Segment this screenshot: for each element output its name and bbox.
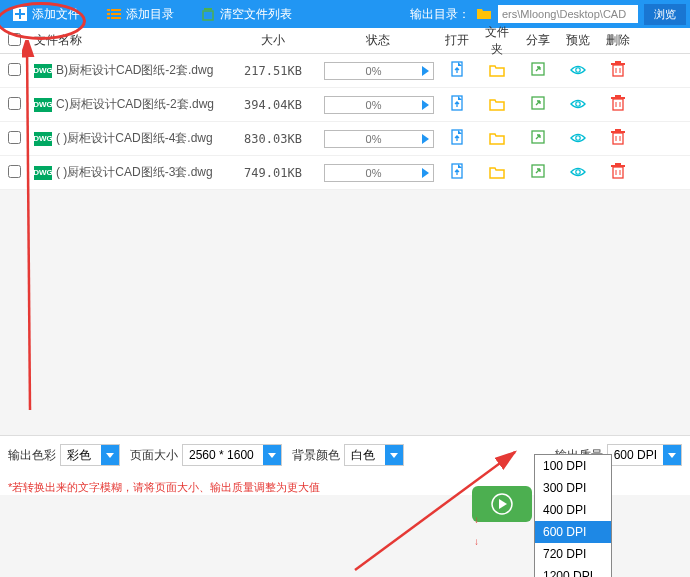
open-folder-button[interactable] [489,96,505,112]
quality-value: 600 DPI [608,448,663,462]
plus-icon [12,6,28,22]
row-checkbox[interactable] [8,63,21,76]
svg-point-30 [576,136,580,140]
file-size: 749.01KB [244,166,302,180]
dpi-option[interactable]: 1200 DPI [535,565,611,577]
color-select[interactable]: 彩色 [60,444,120,466]
dwg-file-icon: DWG [34,166,52,180]
delete-button[interactable] [610,61,626,77]
preview-button[interactable] [570,62,586,78]
share-button[interactable] [530,163,546,179]
dpi-option[interactable]: 100 DPI [535,455,611,477]
svg-rect-2 [15,13,25,15]
progress-bar[interactable]: 0% [324,62,434,80]
svg-rect-31 [613,133,623,144]
dpi-option[interactable]: 720 DPI [535,543,611,565]
open-folder-button[interactable] [489,164,505,180]
progress-bar[interactable]: 0% [324,130,434,148]
page-size-select[interactable]: 2560 * 1600 [182,444,282,466]
file-size: 830.03KB [244,132,302,146]
add-folder-button[interactable]: 添加目录 [98,4,182,25]
select-all-checkbox[interactable] [8,33,21,46]
dpi-option[interactable]: 600 DPI [535,521,611,543]
table-row: DWGB)厨柜设计CAD图纸-2套.dwg 217.51KB 0% [0,54,690,88]
header-status: 状态 [318,32,438,49]
quality-select[interactable]: 600 DPI [607,444,682,466]
svg-rect-15 [613,65,623,76]
preview-button[interactable] [570,130,586,146]
clear-list-button[interactable]: 清空文件列表 [192,4,300,25]
page-size-value: 2560 * 1600 [183,448,263,462]
table-row: DWG( )厨柜设计CAD图纸-4套.dwg 830.03KB 0% [0,122,690,156]
row-checkbox[interactable] [8,131,21,144]
file-size: 217.51KB [244,64,302,78]
delete-button[interactable] [610,95,626,111]
header-name: 文件名称 [28,32,228,49]
main-toolbar: 添加文件 添加目录 清空文件列表 输出目录： ers\Mloong\Deskto… [0,0,690,28]
delete-button[interactable] [610,129,626,145]
svg-rect-16 [611,63,625,65]
svg-rect-7 [107,17,110,19]
bg-color-label: 背景颜色 [292,447,340,464]
row-checkbox[interactable] [8,165,21,178]
open-file-button[interactable] [449,61,465,77]
play-icon [422,100,429,110]
add-file-button[interactable]: 添加文件 [4,4,88,25]
open-file-button[interactable] [449,163,465,179]
list-icon [106,6,122,22]
folder-icon [476,6,492,23]
color-value: 彩色 [61,447,101,464]
browse-button[interactable]: 浏览 [644,4,686,25]
svg-rect-4 [111,9,121,11]
file-name: ( )厨柜设计CAD图纸-4套.dwg [56,131,213,145]
svg-rect-3 [107,9,110,11]
svg-rect-40 [611,165,625,167]
header-delete: 删除 [598,32,638,49]
header-share: 分享 [518,32,558,49]
file-table: 文件名称 大小 状态 打开 文件夹 分享 预览 删除 DWGB)厨柜设计CAD图… [0,28,690,190]
color-label: 输出色彩 [8,447,56,464]
page-size-label: 页面大小 [130,447,178,464]
file-size: 394.04KB [244,98,302,112]
open-file-button[interactable] [449,95,465,111]
preview-button[interactable] [570,96,586,112]
chevron-down-icon[interactable] [663,445,681,465]
share-button[interactable] [530,95,546,111]
progress-bar[interactable]: 0% [324,164,434,182]
play-icon [422,134,429,144]
table-header: 文件名称 大小 状态 打开 文件夹 分享 预览 删除 [0,28,690,54]
convert-button[interactable] [472,486,532,522]
file-name: ( )厨柜设计CAD图纸-3套.dwg [56,165,213,179]
bg-color-select[interactable]: 白色 [344,444,404,466]
clear-icon [200,6,216,22]
file-name: B)厨柜设计CAD图纸-2套.dwg [56,63,213,77]
open-folder-button[interactable] [489,130,505,146]
share-button[interactable] [530,61,546,77]
add-folder-label: 添加目录 [126,6,174,23]
chevron-down-icon[interactable] [385,445,403,465]
dpi-option[interactable]: 400 DPI [535,499,611,521]
svg-rect-5 [107,13,110,15]
preview-button[interactable] [570,164,586,180]
row-checkbox[interactable] [8,97,21,110]
svg-point-38 [576,170,580,174]
output-path-field[interactable]: ers\Mloong\Desktop\CAD [498,5,638,23]
open-folder-button[interactable] [489,62,505,78]
chevron-down-icon[interactable] [101,445,119,465]
svg-rect-32 [611,131,625,133]
dpi-dropdown: 100 DPI300 DPI400 DPI600 DPI720 DPI1200 … [534,454,612,577]
delete-button[interactable] [610,163,626,179]
dpi-option[interactable]: 300 DPI [535,477,611,499]
svg-rect-33 [615,129,621,131]
file-name: C)厨柜设计CAD图纸-2套.dwg [56,97,214,111]
dwg-file-icon: DWG [34,64,52,78]
open-file-button[interactable] [449,129,465,145]
svg-rect-23 [613,99,623,110]
header-size: 大小 [228,32,318,49]
svg-rect-9 [204,8,212,10]
play-icon [422,66,429,76]
chevron-down-icon[interactable] [263,445,281,465]
progress-bar[interactable]: 0% [324,96,434,114]
progress-text: 0% [325,65,422,77]
share-button[interactable] [530,129,546,145]
